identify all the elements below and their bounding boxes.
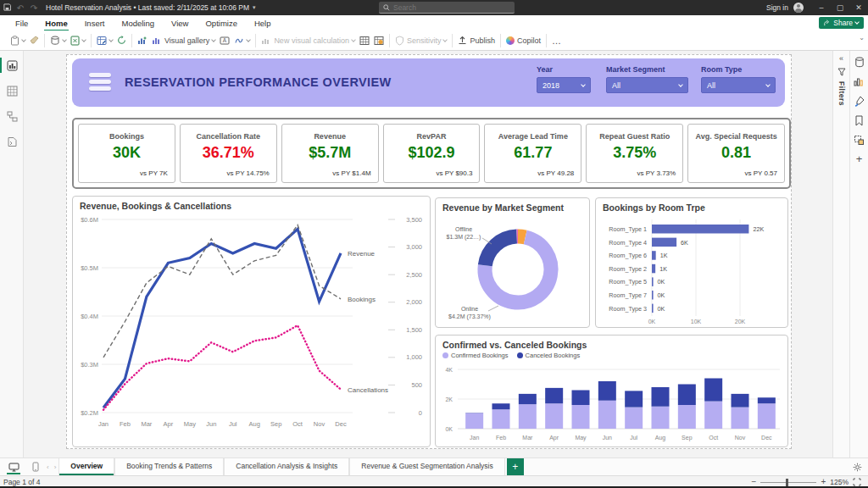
bar-room_type 6[interactable]	[652, 251, 656, 260]
search-input[interactable]	[393, 3, 504, 12]
table-view-button[interactable]	[0, 80, 24, 102]
collapse-ribbon-icon[interactable]: ⌄	[859, 34, 865, 42]
filter-dropdown[interactable]: All	[701, 77, 776, 93]
canceled-segment-may[interactable]	[572, 391, 590, 406]
close-button[interactable]: ✕	[849, 0, 868, 15]
donut-slice-offline[interactable]	[485, 236, 516, 265]
sensitivity-button[interactable]: Sensitivity	[395, 36, 448, 46]
desktop-layout-icon[interactable]	[5, 463, 22, 472]
menu-home[interactable]: Home	[36, 17, 75, 30]
canceled-segment-dec[interactable]	[758, 397, 776, 403]
menu-file[interactable]: File	[7, 17, 36, 30]
kpi-card-avg-special-requests[interactable]: Avg. Special Requests0.81vs PY 0.57	[687, 124, 785, 183]
transform-data-button[interactable]	[97, 36, 113, 46]
filter-dropdown[interactable]: 2018	[537, 77, 591, 93]
bar-room_type 2[interactable]	[652, 264, 655, 274]
undo-icon[interactable]: ↶	[14, 3, 27, 13]
format-painter-button[interactable]	[30, 36, 39, 45]
series-line-bookings[interactable]	[103, 225, 341, 358]
report-view-button[interactable]	[0, 54, 24, 76]
copilot-button[interactable]: Copilot	[506, 36, 541, 45]
bar-room_type 7[interactable]	[652, 291, 654, 300]
hamburger-menu-icon[interactable]	[89, 73, 111, 93]
canceled-segment-apr[interactable]	[545, 388, 563, 403]
confirmed-segment-mar[interactable]	[519, 404, 537, 429]
settings-gear-icon[interactable]	[853, 460, 862, 475]
page-tab-booking-trends-patterns[interactable]: Booking Trends & Patterns	[114, 458, 224, 476]
kpi-card-average-lead-time[interactable]: Average Lead Time61.77vs PY 49.28	[484, 124, 581, 183]
model-view-button[interactable]	[0, 105, 24, 127]
stacked-column-visual[interactable]: Confirmed vs. Canceled Bookings Confirme…	[435, 335, 788, 447]
report-page[interactable]: RESERVATION PERFORMANCE OVERVIEW Year201…	[66, 54, 792, 449]
legend-item-confirmed[interactable]: Confirmed Bookings	[442, 352, 509, 359]
get-data-button[interactable]	[50, 36, 66, 46]
filter-dropdown[interactable]: All	[606, 77, 688, 93]
new-page-button[interactable]: +	[507, 458, 524, 475]
menu-help[interactable]: Help	[246, 17, 280, 30]
new-visual-calculation-button[interactable]: New visual calculation	[261, 36, 355, 46]
fit-to-page-icon[interactable]	[853, 478, 861, 486]
confirmed-segment-jul[interactable]	[625, 408, 643, 429]
canceled-segment-sep[interactable]	[678, 385, 696, 406]
confirmed-segment-sep[interactable]	[678, 405, 696, 429]
confirmed-segment-jan[interactable]	[465, 413, 483, 429]
visual-gallery-button[interactable]: Visual gallery	[152, 36, 215, 46]
add-pane-icon[interactable]: +	[856, 153, 863, 165]
search-box[interactable]	[379, 2, 515, 14]
mobile-layout-icon[interactable]	[27, 462, 44, 472]
publish-button[interactable]: Publish	[458, 36, 495, 45]
sign-in-link[interactable]: Sign in	[766, 3, 788, 12]
maximize-button[interactable]: ▢	[831, 0, 849, 15]
line-chart[interactable]: $0.2M$0.3M$0.4M$0.5M$0.6M05001,0001,5002…	[73, 211, 430, 443]
confirmed-segment-jun[interactable]	[598, 401, 616, 429]
title-dropdown-icon[interactable]: ▾	[253, 4, 256, 11]
bar-room_type 5[interactable]	[652, 277, 654, 286]
more-visuals-button[interactable]	[234, 36, 250, 46]
page-tab-revenue-guest-segmentation-analysis[interactable]: Revenue & Guest Segmentation Analysis	[349, 458, 504, 476]
bar-room_type 4[interactable]	[652, 238, 676, 247]
zoom-slider[interactable]	[760, 482, 816, 483]
donut-slice-small-0[interactable]	[518, 236, 526, 237]
data-pane-icon[interactable]	[854, 56, 865, 68]
page-tab-cancellation-analysis-insights[interactable]: Cancellation Analysis & Insights	[224, 458, 349, 476]
confirmed-segment-feb[interactable]	[492, 409, 510, 429]
canceled-segment-aug[interactable]	[652, 387, 670, 407]
kpi-card-bookings[interactable]: Bookings30Kvs PY 7K	[78, 124, 175, 183]
next-page-arrow[interactable]: ›	[52, 463, 59, 471]
canceled-segment-nov[interactable]	[732, 394, 749, 408]
bar-room_type 1[interactable]	[652, 225, 748, 234]
bar-room_type 3[interactable]	[652, 304, 654, 313]
kpi-card-repeat-guest-ratio[interactable]: Repeat Guest Ratio3.75%vs PY 3.73%	[586, 124, 683, 183]
zoom-in-button[interactable]: +	[821, 479, 826, 485]
donut-chart[interactable]: Offline$1.3M (22…)Online$4.2M (73.37%)	[436, 213, 589, 325]
confirmed-segment-apr[interactable]	[545, 403, 563, 429]
menu-modeling[interactable]: Modeling	[113, 17, 163, 30]
bar-chart-visual[interactable]: Bookings by Room Trpe 0K10K20KRoom_Type …	[595, 197, 788, 328]
account-avatar[interactable]	[793, 3, 804, 13]
format-pane-icon[interactable]	[854, 95, 865, 107]
page-tab-overview[interactable]: Overview	[58, 458, 114, 476]
redo-icon[interactable]: ↷	[27, 3, 41, 13]
paste-button[interactable]	[10, 36, 25, 46]
menu-insert[interactable]: Insert	[76, 17, 114, 30]
confirmed-segment-may[interactable]	[572, 405, 590, 429]
donut-chart-visual[interactable]: Revenue by Market Segment Offline$1.3M (…	[435, 197, 590, 328]
confirmed-segment-aug[interactable]	[652, 407, 670, 429]
canceled-segment-oct[interactable]	[704, 379, 722, 402]
canceled-segment-jul[interactable]	[625, 391, 643, 407]
selection-pane-icon[interactable]	[854, 134, 865, 146]
new-visual-button[interactable]	[137, 36, 147, 46]
canceled-segment-jun[interactable]	[598, 381, 616, 401]
build-visual-pane-icon[interactable]	[854, 75, 865, 87]
kpi-card-revpar[interactable]: RevPAR$102.9vs PY $90.3	[383, 124, 481, 183]
ribbon-more-button[interactable]: …	[552, 36, 561, 46]
line-chart-visual[interactable]: Revenue, Bookings & Cancellations $0.2M$…	[72, 196, 431, 447]
minimize-button[interactable]: –	[812, 0, 831, 15]
confirmed-segment-nov[interactable]	[732, 408, 749, 429]
kpi-card-cancellation-rate[interactable]: Cancellation Rate36.71%vs PY 14.75%	[180, 124, 277, 183]
bar-chart[interactable]: 0K10K20KRoom_Type 122KRoom_Type 46KRoom_…	[596, 213, 787, 326]
dax-query-view-button[interactable]	[0, 130, 24, 152]
menu-view[interactable]: View	[163, 17, 197, 30]
stacked-column-chart[interactable]: 0K2K4KJanFebMarAprMayJunJulAugSepOctNovD…	[436, 359, 786, 446]
kpi-card-revenue[interactable]: Revenue$5.7Mvs PY $1.4M	[281, 124, 379, 183]
